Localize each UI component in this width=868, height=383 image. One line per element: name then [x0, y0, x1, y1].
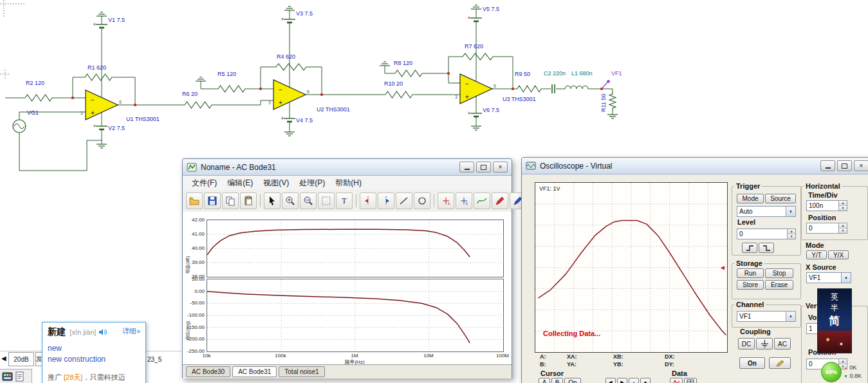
sheet-tab-23-5[interactable]: 23_5: [147, 356, 162, 363]
menu-file[interactable]: 文件(F): [187, 176, 222, 190]
svg-text:b: b: [466, 201, 468, 205]
trigger-falling-edge-button[interactable]: [759, 243, 774, 253]
cursor-left-button[interactable]: ◀: [605, 378, 616, 383]
channel-dropdown[interactable]: VF1 ▼: [737, 311, 796, 322]
interpolate-button[interactable]: [474, 192, 490, 209]
maximize-button[interactable]: [837, 160, 852, 171]
cursor-a-button[interactable]: A: [539, 378, 550, 383]
cursor-up-button[interactable]: ▲: [629, 378, 639, 383]
spin-up-icon[interactable]: ▲: [839, 201, 847, 206]
bode-titlebar[interactable]: Noname - AC Bode31 ×: [183, 159, 512, 176]
corner-icon-bar: [0, 369, 32, 383]
probe-button[interactable]: [769, 357, 791, 369]
marker-b-button[interactable]: b: [456, 192, 472, 209]
resistor-label: R10 20: [384, 80, 403, 87]
gain-plot[interactable]: [207, 220, 504, 277]
cursor-b-button[interactable]: [378, 192, 394, 209]
popup-detail-link[interactable]: 详细»: [122, 326, 140, 336]
tab-ac-bode30[interactable]: AC Bode30: [186, 366, 230, 377]
grid-button[interactable]: [318, 192, 335, 209]
trigger-rising-edge-button[interactable]: [742, 243, 757, 253]
spin-up-icon[interactable]: ▲: [839, 223, 847, 229]
probe-pen-icon: [775, 359, 785, 368]
scope-titlebar[interactable]: Oscilloscope - Virtual ×: [522, 158, 868, 174]
close-button[interactable]: ×: [493, 162, 508, 173]
trigger-mode-dropdown[interactable]: Auto ▼: [737, 206, 796, 217]
ad-banner[interactable]: 英 半 简: [817, 288, 852, 353]
tab-scroll-left-icon[interactable]: ◀: [1, 355, 6, 362]
zoom-100-button[interactable]: 100: [300, 192, 317, 209]
run-button[interactable]: Run: [737, 268, 764, 278]
document-icon[interactable]: [15, 371, 24, 382]
bode-chart-area[interactable]: 增益(dB) 42.00 41.00 40.00 39.00 38.00 相位(…: [183, 212, 512, 364]
erase-button[interactable]: Erase: [765, 280, 793, 290]
menu-help[interactable]: 帮助(H): [330, 176, 367, 190]
yt-mode-button[interactable]: Y/T: [806, 250, 827, 259]
popup-promo[interactable]: 推广 [28天]，只需科技迈: [48, 373, 142, 382]
trigger-mode-button[interactable]: Mode: [737, 194, 764, 203]
h-position-spinner[interactable]: 0 ▲▼: [806, 223, 847, 234]
close-button[interactable]: ×: [854, 160, 868, 171]
readout-ya: YA:: [567, 361, 577, 368]
h-position-label: Position: [806, 214, 838, 221]
svg-text:6: 6: [307, 89, 309, 94]
spin-up-icon[interactable]: ▲: [788, 229, 795, 234]
optimization-ball[interactable]: 69%: [821, 362, 842, 382]
trigger-source-button[interactable]: Source: [765, 194, 796, 203]
y-tick: -50.00: [185, 300, 205, 306]
save-button[interactable]: [204, 192, 221, 209]
menu-view[interactable]: 视图(V): [258, 176, 294, 190]
toolbar-separator: [260, 194, 261, 207]
bode-menubar: 文件(F) 编辑(E) 视图(V) 处理(P) 帮助(H): [183, 176, 512, 191]
svg-text:3: 3: [268, 100, 271, 105]
zoom-in-button[interactable]: [282, 192, 299, 209]
trigger-level-spinner[interactable]: 0 ▲▼: [737, 229, 796, 239]
scope-window-icon: [526, 161, 536, 171]
marker-a-button[interactable]: a: [438, 192, 454, 209]
cursor-b-button[interactable]: B: [551, 378, 563, 383]
cursor-right-button[interactable]: ▶: [617, 378, 627, 383]
storage-heading: Storage: [734, 259, 764, 267]
minimize-button[interactable]: [820, 160, 835, 171]
speaker-icon[interactable]: [98, 328, 107, 336]
menu-edit[interactable]: 编辑(E): [222, 176, 258, 190]
scope-on-button[interactable]: On: [739, 357, 765, 369]
copy-button[interactable]: [222, 192, 239, 209]
maximize-button[interactable]: [476, 162, 491, 173]
data-table-button[interactable]: [684, 378, 697, 383]
cursor-a-button[interactable]: [360, 192, 376, 209]
pointer-button[interactable]: [264, 192, 281, 209]
coupling-dc-button[interactable]: DC: [738, 338, 755, 350]
stop-button[interactable]: Stop: [765, 268, 793, 278]
display-panel-icon[interactable]: [2, 371, 13, 382]
spin-down-icon[interactable]: ▼: [839, 229, 847, 233]
svg-text:+: +: [279, 99, 282, 106]
coupling-ground-button[interactable]: [756, 338, 773, 350]
circle-tool-button[interactable]: [414, 192, 430, 209]
tab-total-noise[interactable]: Total noise1: [279, 366, 324, 377]
sheet-tab-20db[interactable]: 20dB: [8, 352, 34, 366]
dropdown-arrow-icon[interactable]: ▼: [786, 207, 795, 216]
dropdown-arrow-icon[interactable]: ▼: [786, 312, 795, 321]
pen-red-button[interactable]: [492, 192, 508, 209]
cursor-on-button[interactable]: On: [564, 378, 581, 383]
phase-plot[interactable]: [207, 279, 504, 352]
paste-button[interactable]: [240, 192, 257, 209]
coupling-ac-button[interactable]: AC: [774, 338, 791, 350]
tab-ac-bode31[interactable]: AC Bode31: [232, 366, 277, 377]
text-tool-button[interactable]: T: [336, 192, 353, 209]
net-speed-widget[interactable]: 69% ▲ 0K ▼ 0.8K: [821, 362, 862, 382]
spin-down-icon[interactable]: ▼: [788, 234, 795, 239]
line-tool-button[interactable]: [396, 192, 412, 209]
data-export-button[interactable]: [670, 378, 683, 383]
menu-process[interactable]: 处理(P): [294, 176, 330, 190]
yx-mode-button[interactable]: Y/X: [828, 250, 849, 259]
cursor-down-button[interactable]: ▼: [640, 378, 651, 383]
time-div-spinner[interactable]: 100n ▲▼: [806, 200, 847, 211]
dropdown-arrow-icon[interactable]: ▼: [841, 273, 851, 283]
spin-down-icon[interactable]: ▼: [839, 206, 847, 210]
store-button[interactable]: Store: [737, 280, 764, 290]
open-button[interactable]: [186, 192, 203, 209]
x-source-dropdown[interactable]: VF1 ▼: [806, 272, 851, 283]
minimize-button[interactable]: [459, 162, 474, 173]
